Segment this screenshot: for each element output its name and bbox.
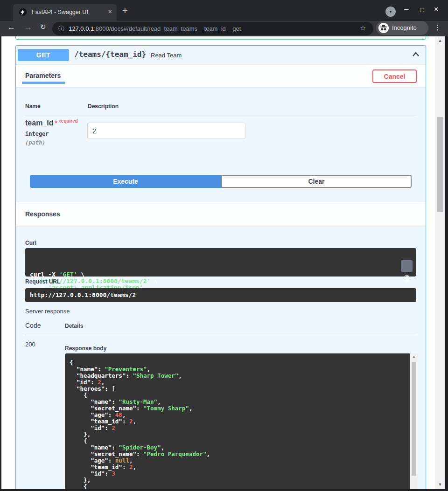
scroll-up-icon[interactable]: ▲ bbox=[410, 354, 418, 359]
reload-icon[interactable]: ↻ bbox=[40, 23, 46, 31]
param-name: team_id*required bbox=[25, 118, 78, 127]
column-header-name: Name bbox=[25, 103, 41, 110]
response-body-container: { "name": "Preventers", "headquarters": … bbox=[65, 353, 418, 489]
bookmark-star-icon[interactable]: ☆ bbox=[360, 24, 366, 32]
fastapi-favicon-icon bbox=[19, 8, 27, 16]
browser-tab[interactable]: FastAPI - Swagger UI × bbox=[13, 4, 117, 21]
window-menu-button[interactable]: ▾ bbox=[385, 7, 396, 17]
param-location: (path) bbox=[25, 139, 45, 146]
param-type: integer bbox=[25, 131, 49, 137]
required-star: * bbox=[55, 119, 57, 127]
url-text[interactable]: 127.0.0.1:8000/docs#/default/read_team_t… bbox=[69, 25, 241, 32]
endpoint-summary-row[interactable]: GET /teams/{team_id} Read Team bbox=[16, 46, 426, 64]
column-header-description: Description bbox=[88, 103, 119, 110]
incognito-icon bbox=[378, 23, 389, 33]
details-column-header: Details bbox=[65, 323, 83, 329]
tab-title: FastAPI - Swagger UI bbox=[32, 9, 88, 15]
method-badge[interactable]: GET bbox=[18, 49, 69, 61]
page-content: GET /teams/{team_id} Read Team Parameter… bbox=[1, 36, 435, 489]
tab-close-icon[interactable]: × bbox=[108, 8, 112, 15]
team-id-input[interactable] bbox=[87, 123, 245, 139]
page-scroll-down-icon[interactable]: ▼ bbox=[435, 482, 445, 487]
execute-button[interactable]: Execute bbox=[30, 175, 221, 188]
responses-divider bbox=[25, 335, 416, 335]
close-icon[interactable]: × bbox=[434, 5, 438, 14]
browser-toolbar: ← → ↻ ⓘ 127.0.0.1:8000/docs#/default/rea… bbox=[0, 21, 448, 36]
response-body-label: Response body bbox=[65, 345, 106, 352]
get-endpoint-block: GET /teams/{team_id} Read Team Parameter… bbox=[15, 45, 426, 489]
cancel-button[interactable]: Cancel bbox=[372, 69, 417, 83]
browser-menu-icon[interactable]: ⋮ bbox=[434, 23, 441, 32]
incognito-badge: Incognito bbox=[376, 21, 428, 35]
collapse-chevron-icon[interactable] bbox=[411, 50, 421, 60]
request-url-block: http://127.0.0.1:8000/teams/2 bbox=[25, 288, 416, 302]
response-scrollbar-thumb[interactable] bbox=[412, 362, 416, 476]
response-body-scrollbar[interactable]: ▲ bbox=[410, 353, 418, 489]
parameters-section-header: Parameters Cancel bbox=[16, 64, 426, 87]
status-code: 200 bbox=[25, 341, 35, 348]
page-scrollbar[interactable]: ▲ ▼ bbox=[435, 36, 445, 489]
page-scrollbar-thumb[interactable] bbox=[437, 117, 443, 212]
table-divider bbox=[25, 116, 416, 116]
curl-label: Curl bbox=[25, 240, 36, 246]
clear-button[interactable]: Clear bbox=[221, 175, 412, 188]
maximize-icon[interactable]: □ bbox=[420, 6, 424, 14]
previous-endpoint-block-edge bbox=[15, 36, 426, 40]
back-icon[interactable]: ← bbox=[7, 23, 15, 32]
address-bar[interactable]: ⓘ 127.0.0.1:8000/docs#/default/read_team… bbox=[52, 22, 373, 35]
curl-command-block: curl -X 'GET' \ 'http://127.0.0.1:8000/t… bbox=[25, 248, 416, 277]
url-host: 127.0.0.1 bbox=[69, 25, 94, 32]
browser-titlebar: FastAPI - Swagger UI × + ▾ – □ × bbox=[0, 0, 448, 21]
minimize-icon[interactable]: – bbox=[404, 5, 408, 14]
incognito-label: Incognito bbox=[392, 24, 417, 31]
endpoint-summary: Read Team bbox=[151, 52, 182, 59]
required-label: required bbox=[59, 118, 78, 124]
code-column-header: Code bbox=[25, 322, 41, 329]
response-body-json: { "name": "Preventers", "headquarters": … bbox=[65, 353, 410, 489]
copy-to-clipboard-icon[interactable] bbox=[401, 260, 413, 272]
site-info-icon[interactable]: ⓘ bbox=[58, 25, 64, 33]
endpoint-path: /teams/{team_id} bbox=[74, 50, 146, 59]
tab-parameters[interactable]: Parameters bbox=[25, 72, 61, 79]
active-tab-underline bbox=[22, 82, 65, 84]
new-tab-button[interactable]: + bbox=[122, 6, 128, 16]
forward-icon[interactable]: → bbox=[24, 23, 32, 32]
request-url-label: Request URL bbox=[25, 278, 60, 285]
server-response-label: Server response bbox=[25, 308, 70, 315]
page-scroll-up-icon[interactable]: ▲ bbox=[435, 38, 445, 43]
url-path: :8000/docs#/default/read_team_teams__tea… bbox=[94, 25, 241, 32]
responses-section-header: Responses bbox=[16, 202, 426, 226]
responses-title: Responses bbox=[25, 210, 60, 218]
